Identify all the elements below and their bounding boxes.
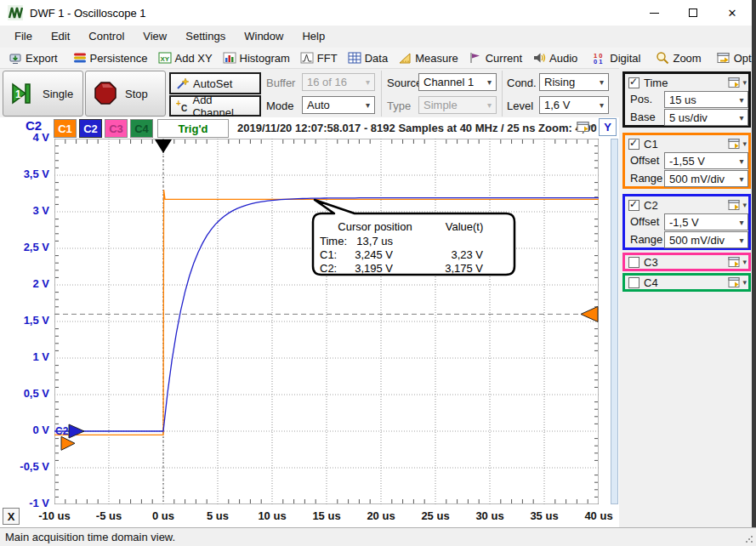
y-tick-label: 0,5 V <box>0 387 49 400</box>
single-button[interactable]: 1 Single <box>3 71 83 117</box>
window-edge-strip <box>752 0 756 527</box>
chevron-down-icon: ▾ <box>736 218 747 227</box>
resize-grip[interactable] <box>745 535 753 543</box>
time-checkbox[interactable] <box>628 77 639 88</box>
channel-badge-c1[interactable]: C1 <box>54 119 77 138</box>
c3-options-button[interactable]: ▾ <box>728 256 747 268</box>
title-bar: DWF 1 - Oscilloscope 1 ✕ <box>0 0 756 26</box>
c2-panel-label: C2 <box>644 199 658 212</box>
export-button[interactable]: Export <box>3 49 63 66</box>
data-button[interactable]: Data <box>343 49 393 66</box>
add-xy-button[interactable]: XY Add XY <box>153 49 218 66</box>
histogram-button[interactable]: Histogram <box>218 49 295 66</box>
chevron-down-icon: ▾ <box>736 113 747 122</box>
options-icon <box>717 51 730 65</box>
plot-vertical-scrollbar[interactable] <box>611 139 618 504</box>
svg-text:1: 1 <box>15 88 21 100</box>
options-icon <box>728 276 741 288</box>
options-button[interactable]: Options <box>712 49 756 66</box>
c3-checkbox[interactable] <box>628 257 639 268</box>
menu-settings[interactable]: Settings <box>176 26 235 48</box>
divider <box>502 71 503 117</box>
fft-button[interactable]: FFT <box>295 49 343 66</box>
menu-control[interactable]: Control <box>79 26 134 48</box>
c1-checkbox[interactable] <box>628 139 639 150</box>
persistence-button[interactable]: Persistence <box>68 49 153 66</box>
chevron-down-icon: ▾ <box>736 95 747 105</box>
tooltip-row-label: C1: <box>320 248 337 261</box>
level-select[interactable]: 1,6 V▾ <box>539 96 609 114</box>
zoom-button[interactable]: Zoom <box>651 49 706 66</box>
data-icon <box>348 51 361 65</box>
c2-checkbox[interactable] <box>628 200 639 211</box>
current-icon <box>469 51 482 65</box>
oscilloscope-plot[interactable]: C2 Cursor position Value(t) Time: 13,7 u… <box>54 139 599 504</box>
buffer-select[interactable]: 16 of 16▾ <box>302 73 375 91</box>
c1-panel: C1 ▾ Offset -1,55 V▾ Range 500 mV/div▾ <box>622 133 751 189</box>
c4-options-button[interactable]: ▾ <box>728 276 747 288</box>
audio-button[interactable]: Audio <box>527 49 583 66</box>
base-select[interactable]: 5 us/div▾ <box>664 109 748 126</box>
chevron-down-icon: ▾ <box>483 77 496 87</box>
persistence-icon <box>73 51 87 65</box>
autoset-button[interactable]: AutoSet <box>169 72 261 94</box>
c2-offset-select[interactable]: -1,5 V▾ <box>664 213 748 230</box>
plot-header: C2 C1 C2 C3 C4 Trig'd 2019/11/20 12:07:5… <box>0 117 619 139</box>
menu-view[interactable]: View <box>134 26 176 48</box>
x-tick-label: 0 us <box>136 509 190 522</box>
c3-panel-label: C3 <box>644 256 658 269</box>
plot-options-button[interactable]: ▾ <box>577 120 594 134</box>
minimize-button[interactable] <box>634 0 674 26</box>
channel-badge-c2[interactable]: C2 <box>79 119 102 138</box>
source-select[interactable]: Channel 1▾ <box>418 73 497 91</box>
y-tick-label: 0 V <box>0 424 49 436</box>
digital-button[interactable]: 1 00 1 Digital <box>588 49 645 66</box>
c2-options-button[interactable]: ▾ <box>728 199 747 211</box>
menu-help[interactable]: Help <box>293 26 334 48</box>
chevron-down-icon: ▾ <box>595 77 608 87</box>
menu-window[interactable]: Window <box>235 26 293 48</box>
x-tick-label: -10 us <box>27 509 82 522</box>
options-icon <box>728 256 741 268</box>
c1-offset-label: Offset <box>630 152 659 169</box>
type-select[interactable]: Simple▾ <box>418 96 497 114</box>
menu-edit[interactable]: Edit <box>42 26 79 48</box>
autoset-icon <box>176 77 189 90</box>
close-button[interactable]: ✕ <box>713 0 752 26</box>
maximize-button[interactable] <box>674 0 713 26</box>
c1-options-button[interactable]: ▾ <box>728 138 747 150</box>
c4-checkbox[interactable] <box>628 277 639 288</box>
measure-button[interactable]: Measure <box>393 49 463 66</box>
chevron-down-icon: ▾ <box>595 100 608 110</box>
divider <box>381 71 382 117</box>
audio-icon <box>532 51 546 65</box>
app-window: DWF 1 - Oscilloscope 1 ✕ File Edit Contr… <box>0 0 756 546</box>
menu-file[interactable]: File <box>5 26 42 48</box>
single-icon: 1 <box>10 81 36 106</box>
pos-select[interactable]: 15 us▾ <box>664 91 748 108</box>
c2-range-select[interactable]: 500 mV/div▾ <box>664 231 748 248</box>
add-xy-icon: XY <box>158 51 172 65</box>
maximize-icon <box>689 9 697 17</box>
c1-range-select[interactable]: 500 mV/div▾ <box>664 170 748 187</box>
mode-select[interactable]: Auto▾ <box>302 96 375 114</box>
channel-badge-c4[interactable]: C4 <box>130 119 153 138</box>
buffer-label: Buffer <box>266 74 295 92</box>
chevron-down-icon: ▾ <box>742 201 747 209</box>
y-axis-button[interactable]: Y <box>599 118 617 136</box>
x-axis-button[interactable]: X <box>3 508 20 525</box>
chevron-down-icon: ▾ <box>361 77 374 87</box>
current-button[interactable]: Current <box>463 49 527 66</box>
c1-offset-select[interactable]: -1,55 V▾ <box>664 152 748 169</box>
add-channel-button[interactable]: +C Add Channel <box>169 95 261 117</box>
y-tick-label: 2,5 V <box>0 241 49 253</box>
channel-badge-c3[interactable]: C3 <box>105 119 128 138</box>
chevron-down-icon: ▾ <box>736 174 747 184</box>
waveforms-app-icon <box>8 5 23 20</box>
cond-select[interactable]: Rising▾ <box>539 73 609 91</box>
chevron-down-icon: ▾ <box>590 122 594 131</box>
time-options-button[interactable]: ▾ <box>728 77 747 88</box>
y-tick-label: -0,5 V <box>0 460 49 473</box>
x-tick-label: 20 us <box>354 509 408 522</box>
stop-button[interactable]: Stop <box>85 71 166 117</box>
